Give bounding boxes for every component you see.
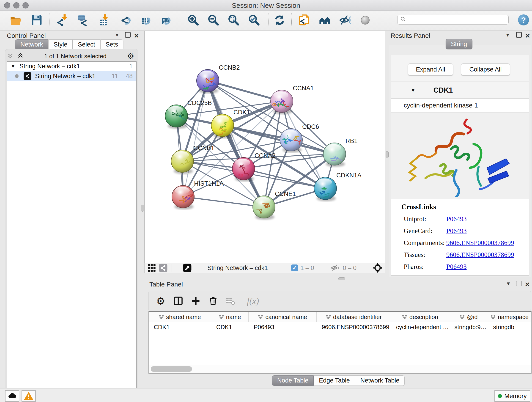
search-input[interactable]	[397, 15, 509, 25]
edge-CCNB2-HIST1H1A[interactable]	[183, 81, 208, 197]
cell-canonical-name[interactable]: P06493	[249, 322, 317, 332]
maximize-panel-icon[interactable]	[125, 32, 131, 38]
column-header-database-identifier[interactable]: database identifier	[317, 312, 391, 322]
crosslink-link[interactable]: P06493	[446, 213, 467, 225]
export-image-icon[interactable]	[161, 14, 173, 26]
protein-structure-image	[391, 113, 529, 199]
export-network-icon[interactable]	[121, 14, 133, 26]
network-graph[interactable]: CCNB2 CCNA1 CDC25B CDK1 CDC6	[145, 31, 385, 263]
node-HIST1H1A[interactable]: HIST1H1A	[172, 180, 224, 210]
cell-description[interactable]: cyclin-dependent …	[391, 322, 450, 332]
node-CCNA1[interactable]: CCNA1	[271, 85, 314, 114]
node-CCNB2[interactable]: CCNB2	[196, 64, 240, 94]
crosslink-link[interactable]: 9606.ENSP00000378699	[446, 237, 514, 249]
close-panel-icon[interactable]: ✕	[134, 32, 139, 40]
network-collection-row[interactable]: ▼ String Network – cdk1 1	[7, 62, 136, 71]
hide-graphics-details-icon[interactable]	[339, 14, 351, 26]
column-header-description[interactable]: description	[391, 312, 450, 322]
tab-select[interactable]: Select	[73, 39, 100, 50]
bottom-splitter-handle[interactable]	[338, 277, 345, 280]
show-graphics-details-icon[interactable]	[319, 14, 331, 26]
column-header-name[interactable]: name	[211, 312, 249, 322]
open-in-new-icon[interactable]	[182, 263, 192, 273]
float-panel-icon[interactable]: ▼	[505, 32, 510, 38]
import-network-database-icon[interactable]	[76, 14, 88, 26]
cell-@id[interactable]: stringdb:9…	[449, 322, 488, 332]
zoom-out-icon[interactable]	[207, 14, 220, 26]
help-icon[interactable]: ?	[518, 14, 529, 26]
edge-HIST1H1A-CCNE1[interactable]	[183, 197, 264, 207]
share-network-icon[interactable]	[158, 263, 168, 273]
selected-checkbox-icon[interactable]: ✓	[291, 264, 298, 271]
edge-CCNB2-CCNA1[interactable]	[208, 81, 282, 101]
tab-node-table[interactable]: Node Table	[272, 375, 314, 386]
fit-crosshair-icon[interactable]	[372, 263, 383, 273]
left-splitter-handle[interactable]	[141, 205, 144, 211]
column-header-canonical-name[interactable]: canonical name	[249, 312, 317, 322]
column-header-@id[interactable]: @id	[449, 312, 488, 322]
node-CDKN1A[interactable]: CDKN1A	[314, 172, 361, 201]
close-panel-icon[interactable]: ✕	[525, 281, 530, 288]
zoom-fit-icon[interactable]	[228, 14, 240, 26]
zoom-in-icon[interactable]	[187, 14, 200, 26]
network-type-icon	[24, 72, 32, 80]
network-options-gear-icon[interactable]: ⚙	[127, 51, 134, 61]
add-column-icon[interactable]	[190, 296, 201, 306]
column-header-namespace[interactable]: namespace	[488, 312, 531, 322]
gear-icon[interactable]: ⚙	[156, 296, 166, 306]
export-table-icon[interactable]	[140, 14, 153, 26]
tab-sets[interactable]: Sets	[100, 39, 123, 50]
cloud-icon[interactable]	[5, 390, 19, 402]
search-field[interactable]	[407, 16, 504, 24]
protein-header-row[interactable]: ▼ CDK1	[391, 82, 529, 99]
expand-all-icon[interactable]	[17, 52, 24, 60]
table-horizontal-scrollbar[interactable]	[149, 365, 531, 373]
grid-view-icon[interactable]	[146, 263, 157, 273]
crosslink-link[interactable]: P06493	[446, 261, 467, 273]
appearance-sphere-icon[interactable]	[359, 14, 371, 26]
collapse-all-button[interactable]: Collapse All	[461, 64, 510, 75]
tab-edge-table[interactable]: Edge Table	[314, 375, 355, 386]
tab-style[interactable]: Style	[48, 39, 73, 50]
collapse-tree-icon[interactable]: ▼	[11, 64, 15, 69]
expand-all-button[interactable]: Expand All	[408, 64, 453, 75]
maximize-panel-icon[interactable]	[516, 32, 522, 38]
crosslink-link[interactable]: 9606.ENSP00000378699	[446, 249, 514, 261]
scrollbar-thumb[interactable]	[151, 366, 192, 372]
maximize-panel-icon[interactable]	[516, 281, 521, 286]
cell-name[interactable]: CDK1	[211, 322, 249, 332]
float-panel-icon[interactable]: ▼	[506, 281, 511, 287]
hidden-eye-slash-icon[interactable]	[330, 263, 341, 273]
import-network-file-icon[interactable]	[56, 14, 69, 26]
refresh-icon[interactable]	[273, 14, 286, 26]
node-CCNB1[interactable]: CCNB1	[171, 145, 215, 174]
memory-button[interactable]: Memory	[494, 390, 530, 402]
delete-column-icon[interactable]	[208, 296, 218, 306]
collapse-section-icon[interactable]: ▼	[411, 87, 416, 93]
cell-shared-name[interactable]: CDK1	[149, 322, 211, 332]
network-row-label: String Network – cdk1	[35, 73, 112, 80]
float-panel-icon[interactable]: ▼	[114, 32, 120, 38]
column-header-shared-name[interactable]: shared name	[149, 312, 211, 322]
cell-namespace[interactable]: stringdb	[488, 322, 531, 332]
cell-database-identifier[interactable]: 9606.ENSP00000378699	[317, 322, 391, 332]
results-buttons-box: Expand All Collapse All	[391, 55, 529, 81]
warning-icon[interactable]	[22, 390, 36, 402]
right-splitter-handle[interactable]	[386, 151, 389, 158]
table-row[interactable]: CDK1CDK1P064939606.ENSP00000378699cyclin…	[149, 322, 531, 332]
clone-network-icon[interactable]	[298, 14, 311, 26]
tab-network[interactable]: Network	[15, 39, 48, 50]
tab-network-table[interactable]: Network Table	[355, 375, 405, 386]
zoom-selected-icon[interactable]	[248, 14, 260, 26]
collapse-all-icon[interactable]	[7, 52, 14, 60]
tab-string[interactable]: String	[446, 39, 472, 49]
save-session-icon[interactable]	[31, 14, 43, 26]
close-panel-icon[interactable]: ✕	[525, 32, 530, 40]
network-row-selected[interactable]: String Network – cdk1 11 48	[7, 71, 136, 81]
import-table-file-icon[interactable]	[97, 14, 109, 26]
columns-icon[interactable]	[173, 296, 184, 306]
open-session-folder-icon[interactable]	[10, 14, 22, 26]
network-canvas[interactable]: CCNB2 CCNA1 CDC25B CDK1 CDC6	[144, 31, 385, 263]
node-RB1[interactable]: RB1	[323, 138, 358, 167]
crosslink-link[interactable]: P06493	[446, 225, 467, 237]
